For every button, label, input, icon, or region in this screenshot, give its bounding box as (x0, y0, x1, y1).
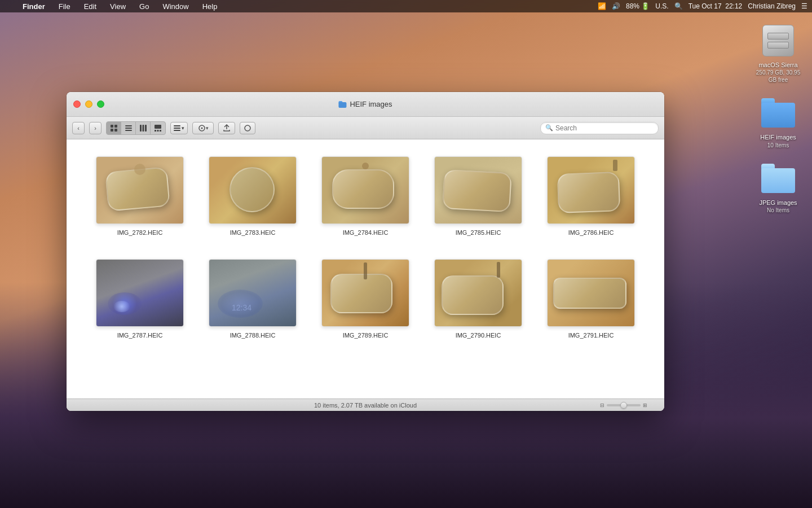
list-item[interactable]: IMG_2783.HEIC (196, 151, 309, 244)
menubar-wifi-icon: 📶 (598, 2, 606, 10)
svg-point-18 (201, 127, 202, 129)
list-item[interactable]: IMG_2787.HEIC (83, 253, 196, 347)
zoom-max-icon: ⊞ (643, 402, 647, 408)
menubar-view[interactable]: View (108, 2, 128, 11)
traffic-lights (73, 100, 104, 108)
menubar-edit[interactable]: Edit (82, 2, 99, 11)
toolbar: ‹ › (67, 117, 664, 139)
svg-rect-0 (111, 125, 113, 128)
view-switcher (106, 121, 166, 135)
list-item[interactable]: IMG_2786.HEIC (535, 151, 647, 244)
menubar-go[interactable]: Go (137, 2, 151, 11)
thumbnail-0 (96, 156, 184, 224)
view-icon-columns[interactable] (136, 122, 151, 134)
desktop-icon-jpeg-images[interactable]: JPEG images No Items (756, 160, 801, 214)
desktop-icons: macOS Sierra 250.79 GB, 30.95 GB free HE… (756, 23, 801, 214)
svg-rect-12 (157, 130, 159, 132)
thumbnail-8 (434, 259, 522, 327)
file-name-9: IMG_2791.HEIC (568, 331, 614, 339)
share-button[interactable] (218, 122, 235, 134)
thumbnail-3 (434, 156, 522, 224)
menubar-help[interactable]: Help (200, 2, 220, 11)
window-title-folder-icon (338, 101, 346, 108)
file-name-7: IMG_2789.HEIC (343, 331, 389, 339)
folder-icon-heif (761, 98, 795, 128)
back-button[interactable]: ‹ (72, 122, 85, 134)
desktop-icon-macos-sierra[interactable]: macOS Sierra 250.79 GB, 30.95 GB free (756, 23, 801, 84)
menubar-window[interactable]: Window (160, 2, 191, 11)
menubar-file[interactable]: File (56, 2, 73, 11)
list-item[interactable]: IMG_2791.HEIC (535, 253, 647, 347)
title-bar: HEIF images (67, 92, 664, 117)
svg-rect-14 (174, 125, 180, 126)
file-name-6: IMG_2788.HEIC (230, 331, 276, 339)
desktop-icon-sublabel-jpeg: No Items (759, 207, 797, 214)
svg-rect-10 (155, 125, 161, 129)
close-button[interactable] (73, 100, 81, 108)
menubar-locale: U.S. (655, 2, 668, 10)
tag-button[interactable] (240, 122, 255, 134)
search-input[interactable] (555, 124, 654, 132)
list-item[interactable]: IMG_2790.HEIC (422, 253, 535, 347)
thumbnail-6: 12:34 (209, 259, 297, 327)
zoom-min-icon: ⊟ (600, 402, 604, 408)
menubar-notification-icon[interactable]: ☰ (801, 2, 807, 10)
finder-window: HEIF images ‹ › (67, 92, 664, 411)
arrange-button[interactable]: ▾ (170, 122, 188, 134)
minimize-button[interactable] (85, 100, 92, 108)
maximize-button[interactable] (97, 100, 104, 108)
svg-rect-9 (145, 125, 147, 132)
list-item[interactable]: IMG_2789.HEIC (309, 253, 422, 347)
desktop-icon-label-heif: HEIF images (760, 133, 796, 141)
thumbnail-5 (96, 259, 184, 327)
list-item[interactable]: 12:34 IMG_2788.HEIC (196, 253, 309, 347)
file-name-0: IMG_2782.HEIC (117, 229, 163, 237)
thumbnail-9 (547, 259, 635, 327)
status-bar: 10 items, 2.07 TB available on iCloud ⊟ … (67, 398, 664, 411)
menubar-battery: 88% 🔋 (626, 2, 650, 10)
list-item[interactable]: IMG_2782.HEIC (83, 151, 196, 244)
zoom-thumb[interactable] (620, 402, 627, 409)
menubar-finder[interactable]: Finder (20, 2, 47, 11)
svg-rect-3 (114, 129, 117, 132)
menubar-user[interactable]: Christian Zibreg (748, 2, 796, 10)
hdd-icon (762, 25, 794, 56)
action-button[interactable]: ▾ (192, 122, 214, 134)
file-name-1: IMG_2783.HEIC (230, 229, 276, 237)
menubar-search-icon[interactable]: 🔍 (674, 2, 683, 10)
view-icon-list[interactable] (121, 122, 136, 134)
desktop-icon-sublabel-macos: 250.79 GB, 30.95 GB free (756, 69, 801, 84)
file-grid: IMG_2782.HEIC IMG_2783.HEIC IMG_2784.HEI… (67, 139, 664, 398)
svg-rect-8 (142, 125, 144, 132)
folder-icon-jpeg (761, 164, 795, 193)
svg-rect-7 (140, 125, 142, 132)
window-title-text: HEIF images (350, 100, 392, 108)
view-icon-gallery[interactable] (151, 122, 165, 134)
file-name-4: IMG_2786.HEIC (568, 229, 614, 237)
list-item[interactable]: IMG_2784.HEIC (309, 151, 422, 244)
list-item[interactable]: IMG_2785.HEIC (422, 151, 535, 244)
zoom-slider[interactable]: ⊟ ⊞ (600, 402, 647, 408)
forward-button[interactable]: › (89, 122, 102, 134)
menubar: Finder File Edit View Go Window Help 📶 🔊… (0, 0, 812, 12)
status-text: 10 items, 2.07 TB available on iCloud (314, 402, 417, 409)
svg-rect-16 (174, 130, 180, 131)
svg-rect-2 (111, 129, 113, 132)
file-name-8: IMG_2790.HEIC (456, 331, 501, 339)
thumbnail-1 (209, 156, 297, 224)
zoom-track[interactable] (607, 404, 641, 406)
svg-rect-5 (125, 128, 132, 129)
desktop-icon-heif-images[interactable]: HEIF images 10 Items (756, 95, 801, 148)
desktop-icon-label-macos: macOS Sierra (756, 61, 801, 69)
svg-rect-15 (174, 128, 180, 129)
file-name-5: IMG_2787.HEIC (117, 331, 163, 339)
svg-point-19 (245, 125, 250, 131)
svg-rect-11 (155, 130, 156, 132)
svg-rect-4 (125, 125, 132, 126)
svg-rect-13 (160, 130, 161, 132)
thumbnail-2 (321, 156, 409, 224)
svg-rect-1 (114, 125, 117, 128)
thumbnail-4 (547, 156, 635, 224)
search-bar[interactable]: 🔍 (540, 122, 659, 134)
view-icon-grid[interactable] (107, 122, 121, 134)
